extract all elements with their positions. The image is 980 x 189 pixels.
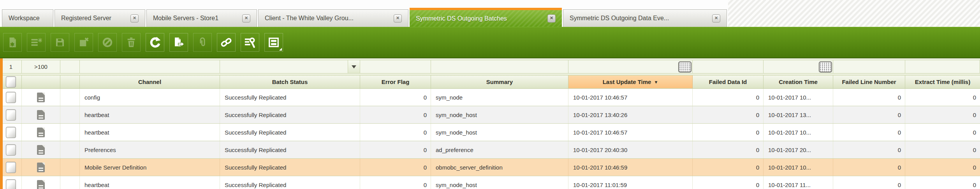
attachments-button[interactable] <box>193 33 212 52</box>
header-failed-line-number[interactable]: Failed Line Number <box>833 75 905 88</box>
cell-extract-time[interactable]: 0 <box>905 89 980 106</box>
cell-batch-status[interactable]: Successfully Replicated <box>220 124 360 141</box>
cell-summary[interactable]: sym_node <box>431 89 568 106</box>
filter-input-summary[interactable] <box>431 60 568 74</box>
tab-symmetric-ds-outgoing-data-events[interactable]: Symmetric DS Outgoing Data Eve... ✕ <box>563 9 727 27</box>
close-icon[interactable]: ✕ <box>242 14 250 23</box>
grid-settings-button[interactable] <box>241 33 259 52</box>
cell-failed-data-id[interactable]: 0 <box>693 106 764 123</box>
batch-status-dropdown-button[interactable] <box>348 60 360 73</box>
cell-extract-time[interactable]: 0 <box>905 141 980 158</box>
filter-input-error-flag[interactable] <box>360 60 431 74</box>
cell-error-flag[interactable]: 0 <box>360 89 431 106</box>
cell-summary[interactable]: sym_node_host <box>431 176 568 189</box>
save-button[interactable] <box>51 33 69 52</box>
cell-creation-time[interactable]: 10-01-2017 13... <box>764 106 833 123</box>
tab-client-white-valley-group[interactable]: Client - The White Valley Grou... ✕ <box>258 9 408 27</box>
cell-creation-time[interactable]: 10-01-2017 20... <box>764 141 833 158</box>
cell-error-flag[interactable]: 0 <box>360 176 431 189</box>
row-checkbox[interactable] <box>6 144 16 156</box>
row-select-cell[interactable] <box>0 159 22 176</box>
row-checkbox[interactable] <box>6 109 16 121</box>
row-checkbox[interactable] <box>6 92 16 103</box>
close-icon[interactable]: ✕ <box>394 14 402 23</box>
cell-last-update-time[interactable]: 10-01-2017 10:46:57 <box>568 89 693 106</box>
header-extract-time[interactable]: Extract Time (millis) <box>905 75 980 88</box>
filter-input-last-update-time[interactable] <box>568 60 693 74</box>
table-row[interactable]: heartbeat Successfully Replicated 0 sym_… <box>0 176 980 189</box>
copy-link-button[interactable] <box>217 33 236 52</box>
cell-summary[interactable]: sym_node_host <box>431 106 568 123</box>
cell-failed-line-number[interactable]: 0 <box>833 106 905 123</box>
table-row-selected[interactable]: Mobile Server Definition Successfully Re… <box>0 159 980 176</box>
cell-failed-line-number[interactable]: 0 <box>833 89 905 106</box>
cell-failed-data-id[interactable]: 0 <box>693 89 764 106</box>
cell-channel[interactable]: config <box>80 89 220 106</box>
header-error-flag[interactable]: Error Flag <box>360 75 431 88</box>
cell-summary[interactable]: sym_node_host <box>431 124 568 141</box>
tab-symmetric-ds-outgoing-batches[interactable]: Symmetric DS Outgoing Batches ✕ <box>410 8 562 27</box>
table-row[interactable]: heartbeat Successfully Replicated 0 sym_… <box>0 124 980 141</box>
filter-input-failed-line-number[interactable] <box>833 60 905 74</box>
table-row[interactable]: heartbeat Successfully Replicated 0 sym_… <box>0 106 980 124</box>
select-all-checkbox[interactable] <box>6 76 16 88</box>
cell-batch-status[interactable]: Successfully Replicated <box>220 89 360 106</box>
cell-extract-time[interactable]: 0 <box>905 124 980 141</box>
tab-mobile-servers-store1[interactable]: Mobile Servers - Store1 ✕ <box>146 9 257 27</box>
filter-input-batch-status[interactable] <box>220 60 360 74</box>
table-row[interactable]: Preferences Successfully Replicated 0 ad… <box>0 141 980 159</box>
cell-error-flag[interactable]: 0 <box>360 124 431 141</box>
cell-failed-line-number[interactable]: 0 <box>833 176 905 189</box>
cell-error-flag[interactable]: 0 <box>360 159 431 176</box>
cell-last-update-time[interactable]: 10-01-2017 11:01:59 <box>568 176 693 189</box>
cell-last-update-time[interactable]: 10-01-2017 13:40:26 <box>568 106 693 123</box>
window-layout-button[interactable] <box>264 33 283 52</box>
cell-failed-data-id[interactable]: 0 <box>693 124 764 141</box>
new-row-in-grid-button[interactable]: ✳ <box>27 33 46 52</box>
cell-failed-line-number[interactable]: 0 <box>833 124 905 141</box>
row-select-cell[interactable] <box>0 141 22 158</box>
cell-summary[interactable]: ad_preference <box>431 141 568 158</box>
header-last-update-time[interactable]: Last Update Time ▼ <box>568 75 693 88</box>
cell-failed-line-number[interactable]: 0 <box>833 159 905 176</box>
cell-last-update-time[interactable]: 10-01-2017 20:40:30 <box>568 141 693 158</box>
cell-creation-time[interactable]: 10-01-2017 10... <box>764 159 833 176</box>
cell-failed-line-number[interactable]: 0 <box>833 141 905 158</box>
cell-extract-time[interactable]: 0 <box>905 176 980 189</box>
cell-batch-status[interactable]: Successfully Replicated <box>220 159 360 176</box>
cell-creation-time[interactable]: 10-01-2017 11... <box>764 176 833 189</box>
cell-failed-data-id[interactable]: 0 <box>693 141 764 158</box>
refresh-button[interactable] <box>146 33 164 52</box>
cell-summary[interactable]: obmobc_server_definition <box>431 159 568 176</box>
cell-batch-status[interactable]: Successfully Replicated <box>220 106 360 123</box>
discard-changes-button[interactable] <box>74 33 93 52</box>
row-checkbox[interactable] <box>6 162 16 173</box>
export-grid-button[interactable] <box>169 33 188 52</box>
cell-error-flag[interactable]: 0 <box>360 106 431 123</box>
last-update-time-calendar-button[interactable] <box>678 61 691 72</box>
cell-channel[interactable]: heartbeat <box>80 124 220 141</box>
cell-last-update-time[interactable]: 10-01-2017 10:46:57 <box>568 124 693 141</box>
header-failed-data-id[interactable]: Failed Data Id <box>693 75 764 88</box>
header-batch-status[interactable]: Batch Status <box>220 75 360 88</box>
tab-workspace[interactable]: Workspace <box>2 9 53 27</box>
filter-input-channel[interactable] <box>80 60 220 74</box>
tab-registered-server[interactable]: Registered Server ✕ <box>55 9 145 27</box>
cell-batch-status[interactable]: Successfully Replicated <box>220 176 360 189</box>
creation-time-calendar-button[interactable] <box>819 61 832 72</box>
header-channel[interactable]: Channel <box>80 75 220 88</box>
cell-failed-data-id[interactable]: 0 <box>693 176 764 189</box>
header-creation-time[interactable]: Creation Time <box>764 75 833 88</box>
cell-creation-time[interactable]: 10-01-2017 10... <box>764 89 833 106</box>
row-checkbox[interactable] <box>6 179 16 189</box>
cell-error-flag[interactable]: 0 <box>360 141 431 158</box>
select-all-header-cell[interactable] <box>0 75 22 88</box>
cell-channel[interactable]: heartbeat <box>80 176 220 189</box>
cell-extract-time[interactable]: 0 <box>905 106 980 123</box>
cell-channel[interactable]: heartbeat <box>80 106 220 123</box>
row-select-cell[interactable] <box>0 106 22 123</box>
row-select-cell[interactable] <box>0 89 22 106</box>
delete-button[interactable] <box>122 33 141 52</box>
header-summary[interactable]: Summary <box>431 75 568 88</box>
cell-batch-status[interactable]: Successfully Replicated <box>220 141 360 158</box>
